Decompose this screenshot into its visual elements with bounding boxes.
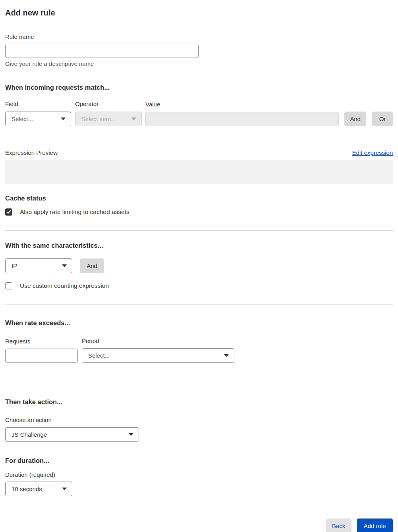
characteristics-row: IP And: [5, 258, 393, 273]
match-section-heading: When incoming requests match...: [5, 84, 393, 91]
footer-divider: [5, 508, 393, 508]
requests-input[interactable]: [5, 349, 78, 363]
expression-preview-label: Expression Preview: [5, 149, 58, 156]
counting-expression-checkbox-row: Use custom counting expression: [5, 282, 393, 289]
value-input: [145, 112, 339, 126]
add-rule-button[interactable]: Add rule: [357, 519, 393, 532]
rate-heading: When rate exceeds...: [5, 319, 393, 327]
action-heading: Then take action...: [5, 398, 393, 406]
characteristic-select-value: IP: [12, 262, 17, 269]
chevron-down-icon: [131, 118, 136, 120]
characteristics-heading: With the same characteristics...: [5, 242, 393, 249]
rate-row: Requests Period Select...: [5, 337, 393, 363]
action-select-value: JS Challenge: [12, 431, 47, 438]
chevron-down-icon: [224, 354, 229, 357]
rule-name-helper: Give your rule a descriptive name: [5, 60, 393, 67]
add-rule-form: Add new rule Rule name Give your rule a …: [0, 8, 398, 532]
checkmark-icon: [6, 210, 11, 214]
duration-label: Duration (required): [5, 471, 393, 478]
chevron-down-icon: [62, 488, 67, 490]
chevron-down-icon: [129, 433, 133, 436]
expression-preview-box: [5, 160, 393, 184]
value-label: Value: [145, 101, 339, 108]
choose-action-label: Choose an action: [5, 416, 393, 423]
chevron-down-icon: [61, 118, 66, 120]
requests-label: Requests: [5, 338, 78, 345]
cache-status-checkbox-row: Also apply rate limiting to cached asset…: [5, 208, 393, 216]
operator-select-value: Select item...: [81, 116, 116, 122]
section-divider: [5, 304, 393, 305]
rule-name-label: Rule name: [5, 33, 393, 40]
custom-counting-checkbox[interactable]: [5, 282, 12, 289]
operator-label: Operator: [75, 100, 142, 107]
rule-name-input[interactable]: [5, 44, 199, 58]
field-select[interactable]: Select...: [5, 112, 71, 126]
cache-status-heading: Cache status: [5, 195, 393, 202]
field-label: Field: [5, 100, 71, 107]
cached-assets-label: Also apply rate limiting to cached asset…: [20, 208, 129, 216]
field-select-value: Select...: [12, 116, 33, 122]
or-button[interactable]: Or: [372, 112, 393, 126]
chevron-down-icon: [62, 264, 67, 267]
section-divider: [5, 230, 393, 231]
edit-expression-link[interactable]: Edit expression: [352, 149, 393, 156]
action-select[interactable]: JS Challenge: [5, 427, 139, 442]
expression-preview-header: Expression Preview Edit expression: [5, 149, 393, 156]
page-title: Add new rule: [5, 8, 393, 17]
period-label: Period: [82, 337, 234, 344]
operator-select: Select item...: [75, 112, 142, 126]
cached-assets-checkbox[interactable]: [5, 208, 12, 216]
period-select[interactable]: Select...: [82, 348, 234, 363]
duration-select[interactable]: 10 seconds: [5, 482, 72, 496]
footer-actions: Back Add rule: [5, 519, 393, 532]
duration-select-value: 10 seconds: [12, 486, 42, 492]
characteristic-and-button[interactable]: And: [80, 258, 104, 273]
period-select-value: Select...: [88, 352, 110, 359]
section-divider: [5, 384, 393, 384]
custom-counting-label: Use custom counting expression: [20, 282, 109, 289]
and-button[interactable]: And: [344, 112, 366, 126]
back-button[interactable]: Back: [326, 519, 352, 532]
duration-heading: For duration...: [5, 457, 393, 465]
match-expression-row: Field Select... Operator Select item... …: [5, 100, 393, 126]
characteristic-select[interactable]: IP: [5, 258, 72, 273]
